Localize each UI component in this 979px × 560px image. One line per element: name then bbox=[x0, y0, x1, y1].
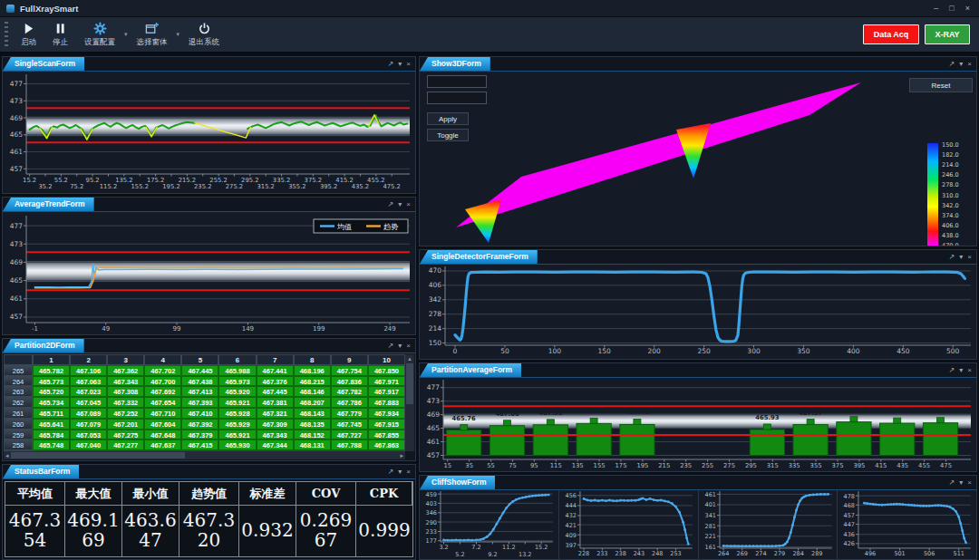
table-vertical-scrollbar[interactable]: ▴ bbox=[404, 354, 414, 451]
table-column-header[interactable]: 2 bbox=[70, 354, 107, 365]
table-cell[interactable]: 467.702 bbox=[144, 365, 181, 376]
table-cell[interactable]: 467.201 bbox=[107, 419, 144, 430]
toggle-button[interactable]: Toggle bbox=[427, 129, 469, 141]
table-cell[interactable]: 467.855 bbox=[368, 430, 405, 440]
scroll-up-icon[interactable]: ▴ bbox=[405, 354, 414, 362]
table-cell[interactable]: 467.445 bbox=[257, 386, 294, 397]
table-column-header[interactable]: 1 bbox=[33, 354, 70, 365]
table-cell[interactable]: 467.308 bbox=[107, 386, 144, 397]
dropdown-arrow-icon[interactable]: ▾ bbox=[124, 31, 128, 38]
table-cell[interactable]: 465.988 bbox=[218, 365, 256, 376]
toolbar-button-select-form[interactable]: 选择窗体 bbox=[129, 20, 176, 50]
table-cell[interactable]: 467.654 bbox=[144, 397, 181, 408]
data-acq-button[interactable]: Data Acq bbox=[863, 24, 919, 44]
table-cell[interactable]: 468.196 bbox=[294, 365, 331, 376]
threed-input-2[interactable] bbox=[427, 92, 487, 104]
float-icon[interactable]: ↗ bbox=[388, 342, 394, 350]
float-icon[interactable]: ↗ bbox=[388, 468, 394, 476]
table-cell[interactable]: 468.131 bbox=[294, 439, 331, 450]
table-cell[interactable]: 467.934 bbox=[368, 408, 405, 419]
table-cell[interactable]: 467.915 bbox=[368, 419, 405, 430]
table-cell[interactable]: 468.215 bbox=[294, 376, 331, 387]
table-cell[interactable]: 467.779 bbox=[331, 408, 368, 419]
dropdown-arrow-icon[interactable]: ▾ bbox=[177, 31, 180, 38]
table-column-header[interactable]: 4 bbox=[144, 354, 181, 365]
toolbar-button-stop[interactable]: 停止 bbox=[44, 20, 76, 50]
table-cell[interactable]: 465.928 bbox=[218, 408, 256, 419]
table-row-header[interactable]: 261 bbox=[4, 408, 33, 419]
table-row-header[interactable]: 262 bbox=[4, 397, 33, 408]
table-cell[interactable]: 465.711 bbox=[33, 408, 70, 419]
table-cell[interactable]: 467.332 bbox=[107, 397, 144, 408]
table-column-header[interactable]: 7 bbox=[257, 354, 294, 365]
collapse-icon[interactable]: ▾ bbox=[398, 200, 402, 208]
table-cell[interactable]: 467.045 bbox=[70, 397, 107, 408]
table-cell[interactable]: 467.252 bbox=[107, 408, 144, 419]
table-cell[interactable]: 467.275 bbox=[107, 430, 144, 440]
table-cell[interactable]: 467.883 bbox=[368, 397, 405, 408]
collapse-icon[interactable]: ▾ bbox=[959, 60, 963, 68]
collapse-icon[interactable]: ▾ bbox=[398, 60, 402, 68]
table-cell[interactable]: 465.930 bbox=[218, 439, 256, 450]
close-icon[interactable]: × bbox=[967, 253, 972, 261]
close-icon[interactable]: × bbox=[967, 366, 972, 374]
table-cell[interactable]: 467.441 bbox=[257, 365, 294, 376]
table-cell[interactable]: 467.445 bbox=[181, 365, 218, 376]
table-cell[interactable]: 465.921 bbox=[218, 397, 256, 408]
float-icon[interactable]: ↗ bbox=[949, 478, 955, 487]
table-cell[interactable]: 465.929 bbox=[218, 419, 256, 430]
table-cell[interactable]: 467.379 bbox=[181, 430, 218, 440]
float-icon[interactable]: ↗ bbox=[949, 60, 955, 68]
table-cell[interactable]: 467.782 bbox=[331, 386, 368, 397]
table-cell[interactable]: 467.692 bbox=[144, 386, 181, 397]
table-cell[interactable]: 467.604 bbox=[144, 419, 181, 430]
table-cell[interactable]: 467.063 bbox=[70, 376, 107, 387]
table-cell[interactable]: 465.921 bbox=[218, 430, 256, 440]
table-cell[interactable]: 468.135 bbox=[294, 419, 331, 430]
table-cell[interactable]: 465.973 bbox=[218, 376, 256, 387]
table-cell[interactable]: 467.836 bbox=[331, 376, 368, 387]
float-icon[interactable]: ↗ bbox=[388, 60, 394, 68]
toolbar-button-start[interactable]: 启动 bbox=[13, 20, 44, 50]
float-icon[interactable]: ↗ bbox=[949, 253, 955, 261]
table-column-header[interactable]: 6 bbox=[218, 354, 256, 365]
toolbar-grip[interactable] bbox=[5, 22, 8, 47]
table-cell[interactable]: 467.040 bbox=[70, 439, 107, 450]
table-cell[interactable]: 467.727 bbox=[331, 430, 368, 440]
table-cell[interactable]: 465.720 bbox=[33, 386, 70, 397]
tab-single-scan[interactable]: SingleScanForm bbox=[3, 57, 84, 71]
table-cell[interactable]: 467.079 bbox=[70, 419, 107, 430]
tab-show-3d[interactable]: Show3DForm bbox=[420, 57, 490, 71]
table-cell[interactable]: 467.700 bbox=[144, 376, 181, 387]
table-cell[interactable]: 465.782 bbox=[33, 365, 70, 376]
table-cell[interactable]: 467.415 bbox=[181, 439, 218, 450]
table-cell[interactable]: 467.788 bbox=[331, 439, 368, 450]
table-column-header[interactable]: 3 bbox=[107, 354, 144, 365]
scroll-left-icon[interactable]: ◂ bbox=[4, 451, 11, 459]
tab-single-detector[interactable]: SingleDetectorFrameForm bbox=[420, 250, 538, 264]
table-cell[interactable]: 467.343 bbox=[107, 376, 144, 387]
table-cell[interactable]: 467.392 bbox=[181, 419, 218, 430]
table-cell[interactable]: 467.393 bbox=[181, 397, 218, 408]
toolbar-button-settings[interactable]: 设置配置 bbox=[76, 20, 123, 50]
table-cell[interactable]: 465.773 bbox=[33, 376, 70, 387]
table-cell[interactable]: 467.376 bbox=[257, 376, 294, 387]
tab-cliff-show[interactable]: CliffShowForm bbox=[420, 476, 495, 489]
table-cell[interactable]: 467.637 bbox=[144, 439, 181, 450]
table-cell[interactable]: 467.309 bbox=[257, 419, 294, 430]
close-icon[interactable]: × bbox=[406, 60, 411, 68]
tab-status-bar[interactable]: StatusBarForm bbox=[3, 465, 79, 478]
toolbar-button-exit[interactable]: 退出系统 bbox=[180, 20, 228, 50]
close-icon[interactable]: × bbox=[967, 60, 972, 68]
table-cell[interactable]: 465.641 bbox=[33, 419, 70, 430]
table-cell[interactable]: 467.863 bbox=[368, 439, 405, 450]
table-cell[interactable]: 467.410 bbox=[181, 408, 218, 419]
minimize-icon[interactable]: – bbox=[934, 4, 938, 13]
table-cell[interactable]: 465.748 bbox=[33, 439, 70, 450]
maximize-icon[interactable]: □ bbox=[949, 4, 954, 13]
table-row-header[interactable]: 258 bbox=[4, 439, 33, 450]
close-icon[interactable]: × bbox=[406, 468, 411, 476]
xray-button[interactable]: X-RAY bbox=[925, 24, 970, 44]
close-icon[interactable]: × bbox=[406, 342, 411, 350]
table-cell[interactable]: 467.745 bbox=[331, 419, 368, 430]
